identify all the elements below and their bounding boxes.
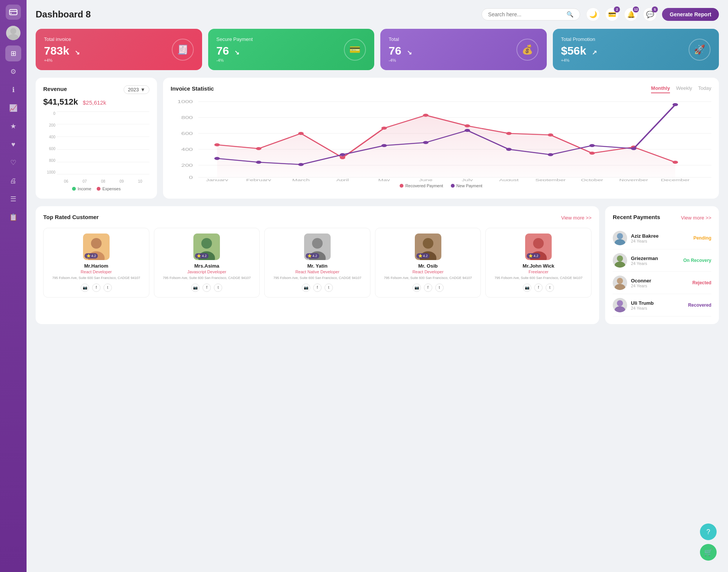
payment-age-3: 24 Years — [631, 306, 684, 310]
sidebar-item-settings[interactable]: ⚙ — [5, 64, 21, 80]
wallet-button[interactable]: 💳 2 — [605, 8, 619, 21]
sidebar-item-reports[interactable]: 📋 — [5, 209, 21, 225]
svg-point-75 — [615, 306, 625, 312]
facebook-icon-2[interactable]: f — [313, 284, 322, 292]
stat-card-total: Total 76 ↘ -4% 💰 — [380, 29, 547, 70]
svg-point-33 — [381, 127, 387, 130]
customer-address-1: 795 Folsom Ave, Suite 600 San Francisco,… — [158, 276, 256, 281]
sidebar-item-analytics[interactable]: 📈 — [5, 100, 21, 116]
twitter-icon-3[interactable]: t — [435, 284, 444, 292]
generate-report-button[interactable]: Generate Report — [662, 8, 719, 21]
payment-avatar-0 — [613, 231, 627, 245]
svg-point-29 — [214, 143, 220, 146]
facebook-icon-1[interactable]: f — [202, 284, 211, 292]
recent-payments-view-more[interactable]: View more >> — [681, 215, 711, 221]
payment-name-2: Oconner — [631, 278, 689, 284]
payment-avatar-2 — [613, 276, 627, 290]
rating-badge-4: ⭐ 4.2 — [527, 253, 540, 259]
instagram-icon-4[interactable]: 📷 — [523, 284, 531, 292]
sidebar-item-likes[interactable]: ♥ — [5, 136, 21, 152]
facebook-icon-0[interactable]: f — [92, 284, 100, 292]
svg-point-1 — [11, 13, 12, 14]
customer-address-2: 795 Folsom Ave, Suite 600 San Francisco,… — [268, 276, 366, 281]
sidebar-item-print[interactable]: 🖨 — [5, 173, 21, 189]
svg-point-47 — [464, 129, 470, 132]
sidebar-item-wishlist[interactable]: ♡ — [5, 155, 21, 171]
svg-point-73 — [615, 284, 625, 290]
notifications-button[interactable]: 🔔 12 — [624, 8, 638, 21]
stat-card-invoice: Total invoice 783k ↘ +4% 🧾 — [36, 29, 202, 70]
twitter-icon-1[interactable]: t — [214, 284, 222, 292]
tab-monthly[interactable]: Monthly — [651, 85, 670, 93]
instagram-icon-1[interactable]: 📷 — [191, 284, 199, 292]
sidebar-item-favorites[interactable]: ★ — [5, 118, 21, 134]
svg-point-34 — [423, 114, 428, 117]
svg-point-3 — [8, 34, 19, 40]
rating-badge-1: ⭐ 4.2 — [195, 253, 209, 259]
instagram-icon-2[interactable]: 📷 — [302, 284, 310, 292]
search-bar[interactable]: 🔍 — [482, 8, 580, 20]
main-content: Dashboard 8 🔍 🌙 💳 2 🔔 12 💬 5 Generate Re… — [27, 0, 728, 572]
instagram-icon-3[interactable]: 📷 — [413, 284, 421, 292]
customer-name-0: Mr.Hariom — [47, 263, 145, 269]
svg-point-40 — [673, 161, 678, 164]
twitter-icon-0[interactable]: t — [104, 284, 112, 292]
stat-icon-promotion: 🚀 — [689, 39, 711, 61]
svg-point-72 — [617, 278, 623, 284]
payment-info-0: Aziz Bakree 24 Years — [631, 233, 690, 243]
top-customers-view-more[interactable]: View more >> — [561, 215, 592, 221]
sidebar-item-info[interactable]: ℹ — [5, 82, 21, 98]
sidebar-item-menu[interactable]: ☰ — [5, 191, 21, 207]
svg-point-54 — [91, 238, 102, 249]
facebook-icon-3[interactable]: f — [424, 284, 432, 292]
theme-toggle-button[interactable]: 🌙 — [586, 8, 600, 21]
support-fab[interactable]: ? — [700, 523, 717, 540]
customer-role-2: React Native Developer — [268, 270, 366, 274]
stat-value-invoice: 783k ↘ — [44, 44, 80, 57]
page-title: Dashboard 8 — [36, 9, 475, 20]
svg-text:May: May — [378, 178, 391, 181]
sidebar: ⊞ ⚙ ℹ 📈 ★ ♥ ♡ 🖨 ☰ 📋 — [0, 0, 27, 572]
svg-text:December: December — [661, 178, 690, 181]
svg-point-48 — [506, 148, 512, 151]
svg-point-35 — [464, 124, 470, 127]
svg-point-69 — [615, 239, 625, 245]
svg-point-31 — [298, 132, 304, 135]
legend-recovered: Recovered Payment — [400, 183, 443, 188]
payment-info-2: Oconner 24 Years — [631, 278, 689, 288]
legend-expenses: Expenses — [97, 186, 121, 191]
stat-value-total: 76 ↘ — [389, 44, 412, 57]
payment-avatar-1 — [613, 253, 627, 268]
customer-socials-0: 📷 f t — [47, 284, 145, 292]
revenue-y-labels: 10008006004002000 — [43, 111, 55, 174]
twitter-icon-4[interactable]: t — [546, 284, 554, 292]
instagram-icon-0[interactable]: 📷 — [81, 284, 89, 292]
messages-button[interactable]: 💬 5 — [643, 8, 657, 21]
user-avatar[interactable] — [6, 26, 20, 40]
invoice-header: Invoice Statistic Monthly Weekly Today — [171, 85, 711, 93]
svg-text:600: 600 — [181, 132, 193, 136]
header-actions: 🌙 💳 2 🔔 12 💬 5 Generate Report — [586, 8, 719, 21]
search-input[interactable] — [488, 11, 563, 17]
twitter-icon-2[interactable]: t — [325, 284, 333, 292]
svg-text:200: 200 — [181, 163, 193, 168]
customer-address-0: 795 Folsom Ave, Suite 600 San Francisco,… — [47, 276, 145, 281]
x-label-06: 06 — [64, 179, 68, 183]
stat-icon-total: 💰 — [516, 39, 538, 61]
stat-label-total: Total — [389, 36, 412, 42]
customer-socials-4: 📷 f t — [490, 284, 587, 292]
invoice-card: Invoice Statistic Monthly Weekly Today — [163, 78, 719, 199]
cart-fab[interactable]: 🛒 — [700, 544, 717, 561]
year-selector[interactable]: 2023 ▼ — [124, 85, 149, 94]
customer-avatar-0: ⭐ 4.2 — [83, 234, 110, 260]
sidebar-logo[interactable] — [6, 5, 21, 20]
facebook-icon-4[interactable]: f — [534, 284, 543, 292]
svg-point-71 — [615, 262, 625, 268]
tab-weekly[interactable]: Weekly — [676, 85, 692, 93]
tab-today[interactable]: Today — [698, 85, 711, 93]
customer-avatar-2: ⭐ 4.2 — [304, 234, 331, 260]
svg-text:June: June — [419, 178, 433, 181]
svg-point-57 — [201, 238, 212, 249]
sidebar-item-dashboard[interactable]: ⊞ — [5, 45, 21, 61]
svg-text:August: August — [499, 178, 519, 181]
